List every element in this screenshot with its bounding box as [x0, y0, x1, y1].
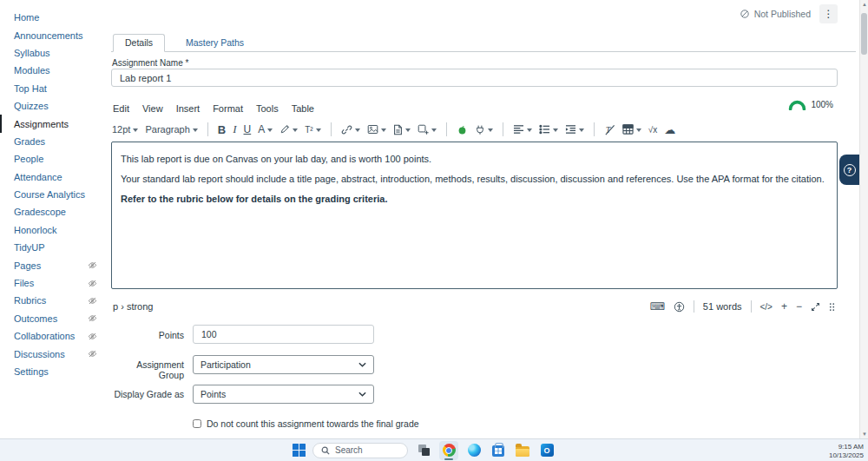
sidebar-item-gradescope[interactable]: Gradescope [0, 203, 106, 221]
points-input[interactable] [193, 325, 374, 344]
task-view-button[interactable] [415, 441, 432, 459]
clock-time: 9:15 AM [829, 443, 864, 451]
sidebar-item-collaborations[interactable]: Collaborations [0, 327, 106, 345]
menu-edit[interactable]: Edit [113, 103, 129, 114]
menu-view[interactable]: View [142, 103, 163, 114]
sidebar-item-tidyup[interactable]: TidyUP [0, 239, 106, 256]
page-scrollbar[interactable]: ▲ ▼ [859, 0, 868, 438]
plugins-button[interactable] [475, 124, 493, 135]
edge-taskbar-button[interactable] [465, 441, 483, 459]
list-button[interactable] [539, 124, 558, 135]
html-editor-button[interactable]: </> [760, 302, 773, 312]
menu-insert[interactable]: Insert [176, 103, 201, 114]
omit-from-final-grade-checkbox[interactable] [193, 419, 201, 428]
alignment-button[interactable] [513, 124, 532, 135]
underline-button[interactable]: U [244, 123, 252, 135]
chevron-down-icon [431, 128, 437, 132]
bold-button[interactable]: B [218, 123, 226, 136]
options-kebab-button[interactable]: ⋮ [819, 4, 838, 23]
taskbar-search[interactable]: Search [312, 443, 408, 458]
sidebar-item-people[interactable]: People [0, 150, 106, 168]
menu-tools[interactable]: Tools [256, 103, 279, 114]
apps-button[interactable] [457, 124, 468, 135]
assignment-tabs: Details Mastery Paths [111, 36, 856, 52]
points-label: Points [111, 330, 184, 340]
sidebar-item-top-hat[interactable]: Top Hat [0, 80, 106, 97]
fullscreen-button[interactable] [811, 302, 820, 312]
sidebar-item-modules[interactable]: Modules [0, 62, 106, 79]
omit-from-final-grade-row: Do not count this assignment towards the… [193, 418, 419, 429]
sidebar-item-attendance[interactable]: Attendance [0, 168, 106, 186]
highlighter-button[interactable] [279, 124, 298, 135]
file-explorer-taskbar-button[interactable] [514, 441, 531, 459]
element-path[interactable]: p › strong [113, 301, 153, 312]
icon-maker-button[interactable] [418, 124, 437, 135]
link-button[interactable] [341, 124, 360, 135]
chevron-down-icon [553, 128, 558, 132]
tab-details[interactable]: Details [113, 34, 165, 52]
drag-handle-icon [829, 302, 835, 312]
sidebar-item-announcements[interactable]: Announcements [0, 26, 106, 43]
menu-table[interactable]: Table [292, 103, 314, 114]
sidebar-item-label: Announcements [14, 30, 83, 41]
store-taskbar-button[interactable] [490, 441, 507, 459]
rich-text-editor-body[interactable]: This lab report is due on Canvas on your… [111, 142, 838, 289]
sidebar-item-outcomes[interactable]: Outcomes [0, 310, 106, 327]
sidebar-item-discussions[interactable]: Discussions [0, 345, 106, 362]
superscript-button[interactable]: T² [305, 125, 320, 135]
menu-format[interactable]: Format [213, 103, 243, 114]
keyboard-shortcuts-button[interactable]: ⌨ [650, 300, 665, 313]
sidebar-item-label: Quizzes [14, 101, 49, 111]
help-button[interactable]: ? [839, 155, 859, 185]
start-button[interactable] [293, 444, 306, 457]
sidebar-item-honorlock[interactable]: Honorlock [0, 221, 106, 239]
display-grade-as-label: Display Grade as [111, 389, 184, 399]
table-button[interactable] [622, 124, 641, 135]
sidebar-item-pages[interactable]: Pages [0, 256, 106, 273]
pencil-icon [279, 124, 290, 135]
indent-button[interactable] [565, 124, 584, 135]
sidebar-item-settings[interactable]: Settings [0, 363, 106, 380]
assignment-group-select[interactable]: Participation [193, 355, 374, 374]
sidebar-item-grades[interactable]: Grades [0, 133, 106, 150]
tab-mastery-paths[interactable]: Mastery Paths [186, 37, 244, 48]
document-button[interactable] [393, 124, 411, 135]
text-color-button[interactable]: A [258, 123, 273, 135]
zoom-in-button[interactable]: + [781, 300, 787, 313]
eye-off-icon [88, 349, 97, 359]
chrome-taskbar-button[interactable] [439, 441, 458, 460]
resize-drag-handle[interactable] [829, 302, 835, 312]
zoom-out-button[interactable]: − [796, 300, 802, 313]
cloud-upload-button[interactable]: ☁ [664, 123, 675, 136]
sidebar-item-home[interactable]: Home [0, 9, 106, 26]
outlook-taskbar-button[interactable]: O [538, 441, 556, 459]
chevron-down-icon [267, 128, 273, 132]
status-text: Not Published [754, 9, 811, 19]
table-icon [622, 124, 634, 135]
readability-score[interactable]: 100% [787, 99, 833, 110]
accessibility-checker-button[interactable] [674, 301, 685, 313]
scroll-down-arrow[interactable]: ▼ [862, 431, 867, 437]
image-button[interactable] [367, 124, 386, 135]
taskbar-clock[interactable]: 9:15 AM 10/13/2025 [829, 443, 864, 461]
clear-formatting-button[interactable]: T [604, 124, 615, 135]
scrollbar-thumb[interactable] [861, 13, 867, 55]
sidebar-item-files[interactable]: Files [0, 274, 106, 292]
sidebar-item-quizzes[interactable]: Quizzes [0, 97, 106, 115]
sidebar-item-assignments[interactable]: Assignments [0, 115, 106, 132]
scroll-up-arrow[interactable]: ▲ [862, 2, 867, 7]
italic-button[interactable]: I [233, 122, 236, 136]
display-grade-as-select[interactable]: Points [193, 385, 374, 404]
sidebar-item-rubrics[interactable]: Rubrics [0, 292, 106, 309]
sidebar-item-course-analytics[interactable]: Course Analytics [0, 186, 106, 203]
toolbar-divider [207, 122, 208, 136]
assignment-name-input[interactable] [111, 69, 838, 87]
question-mark-icon: ? [844, 164, 856, 176]
sidebar-item-syllabus[interactable]: Syllabus [0, 44, 106, 62]
font-size-select[interactable]: 12pt [112, 124, 138, 135]
equation-button[interactable]: √x [648, 125, 658, 135]
word-count[interactable]: 51 words [703, 301, 742, 312]
sidebar-item-label: Assignments [14, 119, 69, 129]
document-icon [393, 124, 403, 135]
paragraph-style-select[interactable]: Paragraph [145, 124, 197, 135]
